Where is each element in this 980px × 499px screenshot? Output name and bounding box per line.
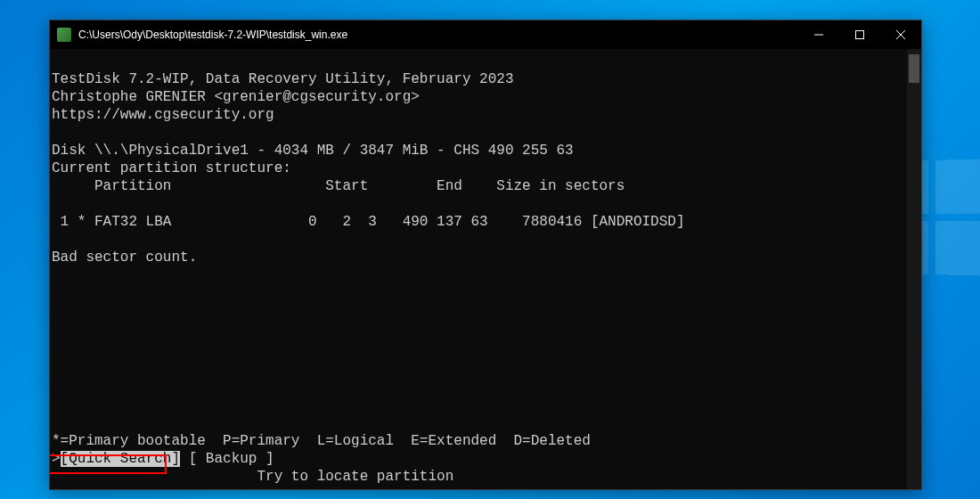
menu-cursor: >	[52, 451, 61, 467]
titlebar[interactable]: C:\Users\Ody\Desktop\testdisk-7.2-WIP\te…	[50, 20, 921, 49]
bad-sector-status: Bad sector count.	[52, 250, 197, 266]
console-window: C:\Users\Ody\Desktop\testdisk-7.2-WIP\te…	[49, 20, 922, 490]
quick-search-option[interactable]: [Quick Search]	[61, 451, 180, 467]
scrollbar-thumb[interactable]	[909, 54, 919, 83]
app-icon	[57, 28, 71, 42]
header-line2: Christophe GRENIER <grenier@cgsecurity.o…	[52, 89, 420, 105]
maximize-button[interactable]	[839, 20, 880, 49]
backup-option[interactable]: [ Backup ]	[180, 451, 274, 467]
minimize-icon	[814, 30, 823, 39]
partition-columns: Partition Start End Size in sectors	[52, 178, 625, 194]
scrollbar[interactable]	[907, 49, 921, 489]
minimize-button[interactable]	[798, 20, 839, 49]
console-output[interactable]: TestDisk 7.2-WIP, Data Recovery Utility,…	[50, 49, 921, 489]
header-line3: https://www.cgsecurity.org	[52, 107, 274, 123]
disk-info: Disk \\.\PhysicalDrive1 - 4034 MB / 3847…	[52, 143, 574, 159]
close-icon	[896, 30, 905, 39]
partition-row: 1 * FAT32 LBA 0 2 3 490 137 63 7880416 […	[52, 214, 685, 230]
partition-structure-label: Current partition structure:	[52, 160, 291, 176]
header-line1: TestDisk 7.2-WIP, Data Recovery Utility,…	[52, 71, 513, 87]
maximize-icon	[855, 30, 864, 39]
legend-line: *=Primary bootable P=Primary L=Logical E…	[52, 433, 591, 449]
menu-hint: Try to locate partition	[52, 469, 453, 485]
window-title: C:\Users\Ody\Desktop\testdisk-7.2-WIP\te…	[78, 29, 798, 41]
svg-rect-1	[856, 31, 864, 39]
close-button[interactable]	[880, 20, 921, 49]
